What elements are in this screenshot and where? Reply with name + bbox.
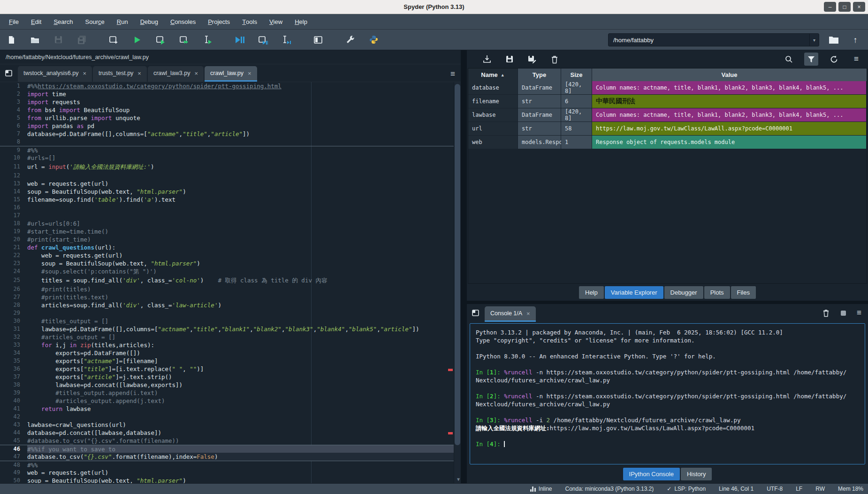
variable-row-database[interactable]: databaseDataFrame[420, 8]Column names: a… — [468, 81, 867, 95]
menu-projects[interactable]: Projects — [202, 14, 236, 29]
close-icon[interactable]: × — [526, 310, 530, 317]
menu-view[interactable]: View — [263, 14, 289, 29]
status-interpreter[interactable]: Conda: miniconda3 (Python 3.13.2) — [565, 486, 654, 492]
tab-help[interactable]: Help — [579, 286, 604, 299]
menu-tools[interactable]: Tools — [236, 14, 263, 29]
refresh-variables-button[interactable] — [827, 53, 841, 66]
menu-run[interactable]: Run — [111, 14, 134, 29]
variable-value[interactable]: https://law.moj.gov.tw/LawClass/LawAll.a… — [592, 122, 867, 136]
menu-search[interactable]: Search — [47, 14, 79, 29]
variable-value[interactable]: Response object of requests.models modul… — [592, 136, 867, 149]
chevron-down-icon[interactable]: ▾ — [809, 34, 819, 46]
maximize-pane-button[interactable] — [312, 34, 324, 46]
maximize-button[interactable]: □ — [838, 2, 851, 12]
editor-tab-crawl_law.py[interactable]: crawl_law.py× — [205, 66, 257, 82]
preferences-button[interactable] — [344, 34, 356, 46]
menu-debug[interactable]: Debug — [134, 14, 164, 29]
column-header-size[interactable]: Size — [561, 68, 592, 81]
line-number: 27 — [0, 293, 27, 301]
debug-selection-button[interactable] — [281, 34, 292, 46]
tab-ipython-console[interactable]: IPython Console — [623, 468, 680, 480]
console-line: 請輸入全國法規資料庫網址:https://law.moj.gov.tw/LawC… — [476, 424, 859, 432]
close-button[interactable]: × — [853, 2, 865, 12]
scroll-down-icon[interactable]: ▼ — [457, 477, 460, 482]
pythonpath-button[interactable] — [368, 34, 379, 46]
debug-cell-button[interactable] — [257, 34, 268, 46]
menu-consoles[interactable]: Consoles — [164, 14, 202, 29]
run-cell-advance-button[interactable] — [178, 34, 190, 46]
close-icon[interactable]: × — [137, 70, 141, 77]
variable-row-url[interactable]: urlstr58https://law.moj.gov.tw/LawClass/… — [468, 122, 867, 136]
console-line: In [4]: — [476, 440, 859, 448]
search-variables-button[interactable] — [782, 53, 796, 66]
status-lsp[interactable]: ✓ LSP: Python — [667, 486, 706, 492]
editor-tab-crawl_law3.py[interactable]: crawl_law3.py× — [148, 66, 204, 82]
tab-plots[interactable]: Plots — [704, 286, 730, 299]
warning-flag[interactable] — [448, 369, 453, 371]
menu-file[interactable]: File — [3, 14, 25, 29]
open-file-button[interactable] — [29, 34, 40, 46]
options-menu-icon[interactable]: ≡ — [854, 54, 859, 64]
close-icon[interactable]: × — [248, 70, 251, 77]
scrollbar-thumb[interactable] — [455, 84, 460, 445]
save-data-button[interactable] — [503, 53, 517, 66]
variable-value[interactable]: 中華民國刑法 — [592, 95, 867, 108]
variable-row-web[interactable]: webmodels.Response1Response object of re… — [468, 136, 867, 149]
run-button[interactable] — [131, 34, 143, 46]
tab-history[interactable]: History — [681, 468, 712, 480]
browse-directory-button[interactable] — [827, 34, 841, 46]
working-directory-combobox[interactable]: /home/fattabby ▾ — [608, 33, 819, 46]
warning-flag[interactable] — [448, 432, 453, 434]
working-directory-value[interactable]: /home/fattabby — [609, 37, 809, 44]
tab-debugger[interactable]: Debugger — [664, 286, 703, 299]
horizontal-splitter[interactable] — [467, 301, 868, 304]
interrupt-kernel-icon[interactable] — [840, 310, 846, 316]
tab-files[interactable]: Files — [731, 286, 756, 299]
run-selection-button[interactable] — [202, 34, 213, 46]
variable-row-filename[interactable]: filenamestr6中華民國刑法 — [468, 95, 867, 108]
console-browse-tabs-button[interactable] — [467, 304, 485, 322]
clear-console-icon[interactable] — [822, 309, 830, 317]
new-file-button[interactable] — [6, 34, 17, 46]
console-tab[interactable]: Console 1/A × — [485, 306, 536, 322]
status-plots-backend[interactable]: Inline — [530, 486, 552, 492]
tab-variable-explorer[interactable]: Variable Explorer — [605, 286, 663, 299]
variable-value[interactable]: Column names: actname, title, blank1, bl… — [592, 81, 867, 95]
debug-button[interactable] — [234, 34, 245, 46]
variable-explorer-toolbar: ≡ — [467, 50, 868, 68]
remove-all-variables-button[interactable] — [548, 53, 562, 66]
run-cell-button[interactable] — [155, 34, 166, 46]
import-data-button[interactable] — [480, 53, 494, 66]
editor-options-icon[interactable]: ≡ — [450, 69, 461, 82]
parent-directory-button[interactable]: ↑ — [848, 34, 862, 46]
variable-explorer-options-button[interactable]: ≡ — [849, 53, 863, 66]
menu-edit[interactable]: Edit — [25, 14, 47, 29]
variable-row-lawbase[interactable]: lawbaseDataFrame[420, 8]Column names: ac… — [468, 108, 867, 122]
save-button[interactable] — [53, 34, 64, 46]
column-header-name[interactable]: Name ▲ — [468, 68, 518, 81]
console-output[interactable]: Python 3.13.2 | packaged by Anaconda, In… — [470, 323, 865, 464]
editor-tab-twstock_analysis6.py[interactable]: twstock_analysis6.py× — [18, 66, 92, 82]
editor-tab-trusts_test.py[interactable]: trusts_test.py× — [93, 66, 147, 82]
minimize-button[interactable]: – — [824, 2, 836, 12]
vertical-splitter[interactable] — [461, 50, 467, 483]
line-number: 47 — [0, 453, 27, 461]
browse-tabs-icon — [472, 309, 480, 317]
menu-source[interactable]: Source — [79, 14, 111, 29]
save-all-button[interactable] — [76, 34, 87, 46]
editor-pane: /home/fattabby/Nextcloud/futures_archive… — [0, 50, 461, 483]
code-editor[interactable]: 1#%%https://steam.oxxostudio.tw/category… — [0, 82, 461, 483]
column-header-type[interactable]: Type — [518, 68, 561, 81]
console-options-icon[interactable]: ≡ — [857, 308, 861, 318]
sort-ascending-icon: ▲ — [501, 73, 505, 77]
editor-scrollbar[interactable]: ▼ — [454, 82, 461, 483]
save-data-as-button[interactable] — [525, 53, 539, 66]
close-icon[interactable]: × — [194, 70, 198, 77]
new-cell-button[interactable] — [108, 34, 119, 46]
browse-tabs-button[interactable] — [0, 64, 18, 82]
close-icon[interactable]: × — [83, 70, 86, 77]
menu-help[interactable]: Help — [289, 14, 313, 29]
variable-value[interactable]: Column names: actname, title, blank1, bl… — [592, 108, 867, 122]
filter-variables-button[interactable] — [804, 53, 818, 66]
column-header-value[interactable]: Value — [592, 68, 867, 81]
